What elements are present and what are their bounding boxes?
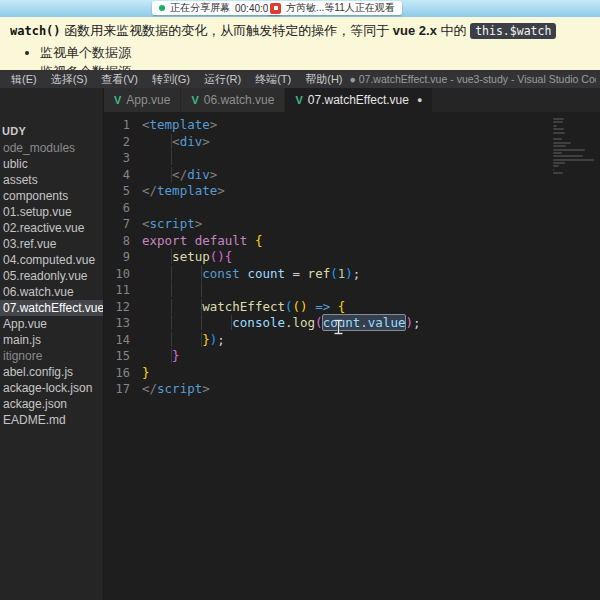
minimap-line	[553, 132, 565, 134]
window-title: ● 07.watchEffect.vue - vue3-study - Visu…	[350, 73, 596, 85]
minimap[interactable]	[553, 118, 597, 176]
tab-06.watch.vue[interactable]: V06.watch.vue	[181, 88, 285, 112]
code-line: </template>	[142, 183, 600, 200]
minimap-line	[553, 121, 563, 123]
sidebar-item-ode_modules[interactable]: ode_modules	[0, 140, 103, 156]
line-number: 6	[104, 200, 130, 217]
code-line: <script>	[142, 216, 600, 233]
minimap-line	[553, 172, 563, 174]
line-number: 12	[104, 299, 130, 316]
code-line: <template>	[142, 117, 600, 134]
explorer-sidebar: UDY ode_modulesublicassetscomponents01.s…	[0, 88, 103, 600]
vue-file-icon: V	[295, 94, 302, 106]
sidebar-item-ublic[interactable]: ublic	[0, 156, 103, 172]
minimap-line	[553, 159, 594, 161]
line-number: 14	[104, 332, 130, 349]
line-number: 7	[104, 216, 130, 233]
sidebar-item-EADME.md[interactable]: EADME.md	[0, 412, 103, 428]
inline-code-watch: watch()	[10, 24, 61, 38]
minimap-line	[553, 125, 557, 127]
tab-App.vue[interactable]: VApp.vue	[104, 88, 181, 112]
line-number: 3	[104, 150, 130, 167]
sidebar-item-02.reactive.vue[interactable]: 02.reactive.vue	[0, 220, 103, 236]
line-number: 1	[104, 117, 130, 134]
code-line: </div>	[142, 167, 600, 184]
notes-panel: watch() 函数用来监视数据的变化，从而触发特定的操作，等同于 vue 2.…	[0, 17, 600, 70]
main-area: UDY ode_modulesublicassetscomponents01.s…	[0, 88, 600, 600]
sidebar-item-assets[interactable]: assets	[0, 172, 103, 188]
inline-code-thiswatch: this.$watch	[470, 23, 556, 39]
mouse-ibeam-cursor	[333, 319, 344, 335]
line-number: 5	[104, 183, 130, 200]
editor-column: VApp.vueV06.watch.vueV07.watchEffect.vue…	[103, 88, 600, 600]
record-stop-icon[interactable]	[270, 3, 281, 14]
menu-item-运行(R)[interactable]: 运行(R)	[197, 72, 248, 87]
line-number: 15	[104, 348, 130, 365]
sidebar-item-ackage.json[interactable]: ackage.json	[0, 396, 103, 412]
menu-item-查看(V)[interactable]: 查看(V)	[94, 72, 145, 87]
vue-file-icon: V	[114, 94, 121, 106]
share-status-text: 正在分享屏幕	[170, 1, 230, 15]
minimap-line	[553, 155, 583, 157]
line-number: 13	[104, 315, 130, 332]
line-number: 2	[104, 134, 130, 151]
minimap-line	[553, 149, 585, 151]
explorer-folder-header[interactable]: UDY	[0, 122, 103, 140]
note-text-2: 中的	[441, 23, 467, 38]
minimap-line	[553, 169, 554, 171]
menu-item-选择(S)[interactable]: 选择(S)	[44, 72, 95, 87]
minimap-line	[553, 152, 562, 154]
line-number: 10	[104, 266, 130, 283]
code-line: }	[142, 365, 600, 382]
sidebar-item-itignore[interactable]: itignore	[0, 348, 103, 364]
sidebar-item-ackage-lock.json[interactable]: ackage-lock.json	[0, 380, 103, 396]
code-line	[142, 282, 600, 299]
code-line: console.log(count.value);	[142, 315, 600, 332]
dirty-indicator-icon: ●	[417, 95, 422, 105]
code-line: }	[142, 348, 600, 365]
tab-label: App.vue	[126, 93, 170, 107]
sidebar-item-abel.config.js[interactable]: abel.config.js	[0, 364, 103, 380]
minimap-line	[553, 162, 565, 164]
sidebar-item-06.watch.vue[interactable]: 06.watch.vue	[0, 284, 103, 300]
tab-07.watchEffect.vue[interactable]: V07.watchEffect.vue●	[285, 88, 433, 112]
code-line	[142, 150, 600, 167]
minimap-line	[553, 165, 559, 167]
minimap-line	[553, 118, 564, 120]
vue-file-icon: V	[191, 94, 198, 106]
minimap-line	[553, 138, 562, 140]
sidebar-item-05.readonly.vue[interactable]: 05.readonly.vue	[0, 268, 103, 284]
line-number: 8	[104, 233, 130, 250]
code-line: watchEffect(() => {	[142, 299, 600, 316]
menu-bar: 辑(E)选择(S)查看(V)转到(G)运行(R)终端(T)帮助(H) ● 07.…	[0, 70, 600, 88]
menu-bar-items: 辑(E)选择(S)查看(V)转到(G)运行(R)终端(T)帮助(H)	[4, 72, 350, 87]
sidebar-item-main.js[interactable]: main.js	[0, 332, 103, 348]
note-bullet-2: 监视多个数据源	[40, 62, 592, 70]
sidebar-item-04.computed.vue[interactable]: 04.computed.vue	[0, 252, 103, 268]
note-text-1: 函数用来监视数据的变化，从而触发特定的操作，等同于	[64, 23, 389, 38]
sidebar-item-07.watchEffect.vue[interactable]: 07.watchEffect.vue	[0, 300, 103, 316]
note-bullet-1: 监视单个数据源	[40, 43, 592, 62]
code-line: <div>	[142, 134, 600, 151]
viewers-text: 方芮敏...等11人正在观看	[286, 1, 395, 15]
menu-item-辑(E)[interactable]: 辑(E)	[4, 72, 44, 87]
line-number: 17	[104, 381, 130, 398]
code-line: </script>	[142, 381, 600, 398]
screen-share-bar: 正在分享屏幕 00:40:03 方芮敏...等11人正在观看	[0, 0, 600, 17]
menu-item-转到(G)[interactable]: 转到(G)	[145, 72, 197, 87]
tab-bar: VApp.vueV06.watch.vueV07.watchEffect.vue…	[104, 88, 600, 112]
code-content[interactable]: <template> <div> </div></template> <scri…	[142, 117, 600, 600]
file-explorer-list: ode_modulesublicassetscomponents01.setup…	[0, 140, 103, 428]
code-editor[interactable]: 1234567891011121314151617 <template> <di…	[104, 112, 600, 600]
menu-item-帮助(H)[interactable]: 帮助(H)	[298, 72, 349, 87]
sidebar-item-03.ref.vue[interactable]: 03.ref.vue	[0, 236, 103, 252]
minimap-line	[553, 128, 564, 130]
sidebar-item-components[interactable]: components	[0, 188, 103, 204]
sidebar-item-App.vue[interactable]: App.vue	[0, 316, 103, 332]
menu-item-终端(T)[interactable]: 终端(T)	[248, 72, 298, 87]
note-line: watch() 函数用来监视数据的变化，从而触发特定的操作，等同于 vue 2.…	[10, 20, 592, 41]
note-bold-vue2x: vue 2.x	[393, 23, 437, 38]
minimap-line	[553, 142, 571, 144]
sidebar-item-01.setup.vue[interactable]: 01.setup.vue	[0, 204, 103, 220]
code-line: const count = ref(1);	[142, 266, 600, 283]
